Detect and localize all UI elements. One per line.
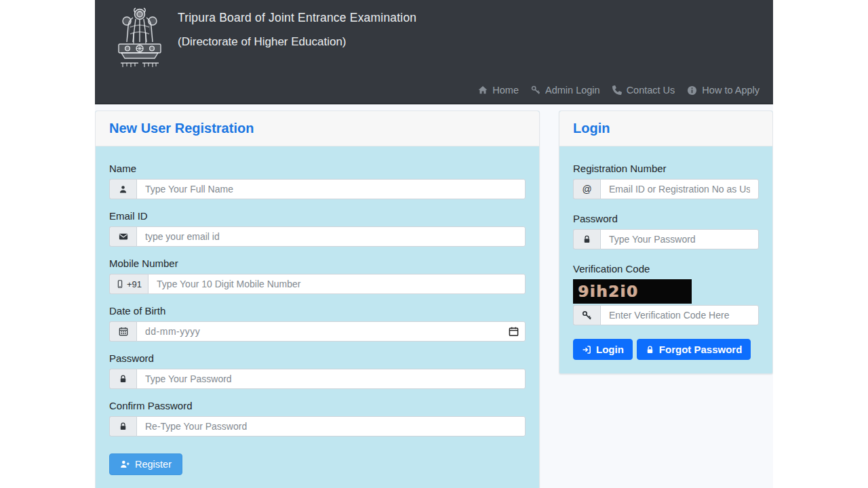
- captcha-image: 9ih2i0: [573, 279, 692, 304]
- lock-icon: [646, 345, 654, 354]
- national-emblem-logo: [113, 5, 167, 69]
- email-prepend: [109, 226, 136, 247]
- calendar-icon: [119, 327, 128, 336]
- mobile-prefix: +91: [127, 279, 142, 289]
- home-icon: [478, 85, 488, 95]
- confirm-password-label: Confirm Password: [109, 400, 526, 411]
- date-picker-icon[interactable]: [509, 327, 519, 337]
- nav-home-label: Home: [492, 85, 519, 96]
- name-label: Name: [109, 163, 526, 174]
- nav-admin-login[interactable]: Admin Login: [531, 85, 600, 96]
- emblem-motto: [121, 63, 159, 67]
- verification-field: Verification Code 9ih2i0: [573, 263, 759, 325]
- sign-in-icon: [582, 345, 591, 354]
- name-input[interactable]: [136, 179, 526, 199]
- email-field: Email ID: [109, 210, 526, 247]
- login-button-label: Login: [596, 344, 624, 355]
- lock-icon: [583, 235, 591, 244]
- registration-title: New User Registration: [109, 121, 526, 136]
- registration-card-body: Name Email ID: [96, 146, 539, 488]
- register-button-label: Register: [135, 459, 172, 470]
- nav-admin-login-label: Admin Login: [545, 85, 600, 96]
- login-card-header: Login: [559, 111, 772, 146]
- lock-icon: [119, 422, 127, 431]
- key-icon: [531, 85, 540, 95]
- phone-icon: [612, 85, 622, 95]
- registration-number-input[interactable]: [600, 179, 759, 199]
- login-password-input[interactable]: [600, 229, 759, 249]
- top-navigation: Home Admin Login Contact Us How to Apply: [478, 85, 760, 96]
- login-password-label: Password: [573, 213, 759, 224]
- name-field: Name: [109, 163, 526, 199]
- nav-home[interactable]: Home: [478, 85, 519, 96]
- verification-prepend: [573, 305, 600, 325]
- login-password-prepend: [573, 229, 600, 249]
- mobile-icon: [116, 279, 124, 289]
- mobile-prepend: +91: [109, 274, 148, 294]
- password-prepend: [109, 369, 136, 389]
- key-icon: [582, 310, 592, 321]
- mobile-input[interactable]: [148, 274, 526, 294]
- password-field: Password: [109, 352, 526, 389]
- confirm-password-field: Confirm Password: [109, 400, 526, 436]
- dob-prepend: [109, 321, 136, 342]
- name-prepend: [109, 179, 136, 199]
- brand: Tripura Board of Joint Entrance Examinat…: [113, 5, 760, 69]
- forgot-password-button[interactable]: Forgot Password: [637, 339, 751, 360]
- at-icon: @: [582, 184, 591, 195]
- registration-card: New User Registration Name Email ID: [95, 110, 540, 488]
- main-content: New User Registration Name Email ID: [95, 104, 773, 488]
- mobile-field: Mobile Number +91: [109, 258, 526, 294]
- registration-number-prepend: @: [573, 179, 600, 199]
- password-label: Password: [109, 352, 526, 364]
- registration-number-label: Registration Number: [573, 163, 759, 174]
- info-icon: [687, 85, 697, 96]
- nav-how-to-apply-label: How to Apply: [702, 85, 760, 96]
- dob-input[interactable]: [136, 321, 526, 342]
- verification-input[interactable]: [600, 305, 759, 325]
- nav-contact-us[interactable]: Contact Us: [612, 85, 675, 96]
- confirm-password-prepend: [109, 416, 136, 436]
- top-header: Tripura Board of Joint Entrance Examinat…: [95, 0, 773, 104]
- nav-how-to-apply[interactable]: How to Apply: [687, 85, 760, 96]
- login-title: Login: [573, 121, 759, 136]
- login-button[interactable]: Login: [573, 339, 633, 360]
- confirm-password-input[interactable]: [136, 416, 526, 436]
- registration-card-header: New User Registration: [96, 111, 539, 146]
- registration-number-field: Registration Number @: [573, 163, 759, 199]
- password-input[interactable]: [136, 369, 526, 389]
- page-container: Tripura Board of Joint Entrance Examinat…: [95, 0, 773, 488]
- dob-field: Date of Birth: [109, 305, 526, 342]
- forgot-password-button-label: Forgot Password: [659, 344, 743, 355]
- email-input[interactable]: [136, 226, 526, 247]
- login-password-field: Password: [573, 213, 759, 249]
- user-plus-icon: [120, 460, 130, 469]
- lock-icon: [119, 374, 127, 384]
- app-title: Tripura Board of Joint Entrance Examinat…: [178, 11, 416, 25]
- login-actions: Login Forgot Password: [573, 339, 759, 360]
- login-card-body: Registration Number @ Password: [559, 146, 772, 373]
- login-card: Login Registration Number @ Password: [559, 110, 773, 374]
- brand-text: Tripura Board of Joint Entrance Examinat…: [178, 5, 416, 49]
- user-icon: [119, 185, 127, 194]
- dob-label: Date of Birth: [109, 305, 526, 317]
- app-subtitle: (Directorate of Higher Education): [178, 35, 416, 49]
- mobile-label: Mobile Number: [109, 258, 526, 269]
- email-label: Email ID: [109, 210, 526, 222]
- verification-label: Verification Code: [573, 263, 759, 274]
- envelope-icon: [119, 232, 128, 241]
- register-button[interactable]: Register: [109, 453, 182, 475]
- nav-contact-us-label: Contact Us: [627, 85, 675, 96]
